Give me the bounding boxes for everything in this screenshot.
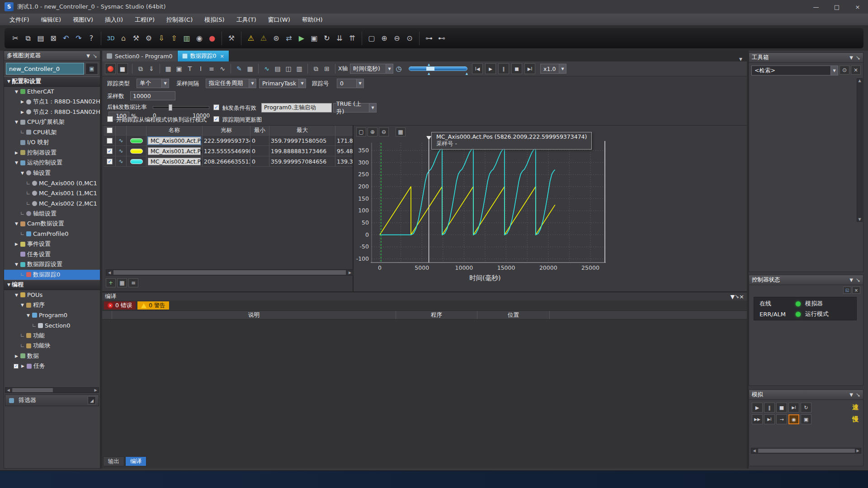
graph-view-icon[interactable]: ∿ <box>262 64 272 74</box>
go-online-icon[interactable]: ⇄ <box>283 30 295 47</box>
tree-item-5[interactable]: ∟CPU机架 <box>4 127 100 138</box>
tree-item-21[interactable]: ▼POUs <box>4 290 100 300</box>
collapse-icon[interactable]: ▼ <box>14 221 19 226</box>
position-slider[interactable]: ▲ ▲ ▲ <box>409 66 467 71</box>
cursor-i-icon[interactable]: I <box>196 64 206 74</box>
chevron-down-icon[interactable]: ▼ <box>849 55 853 60</box>
row-visible-checkbox[interactable]: ✓ <box>107 148 113 154</box>
filter-expand-button[interactable]: ◢ <box>88 396 96 404</box>
toolbox-search-input[interactable]: <检索> ▼ <box>751 66 838 75</box>
scrollbar-thumb[interactable] <box>758 449 855 453</box>
menu-item-3[interactable]: 插入(I) <box>99 14 129 26</box>
simulation-scrollbar[interactable]: ◀ ▶ <box>751 448 861 454</box>
menu-item-0[interactable]: 文件(F) <box>4 14 35 26</box>
stop-button[interactable]: ■ <box>511 63 522 74</box>
chevron-down-icon[interactable]: ▼ <box>86 53 90 58</box>
collapse-icon[interactable]: ▼ <box>6 79 12 84</box>
variable-name-field[interactable]: MC_Axis002.Act.Pos <box>148 158 201 165</box>
chevron-down-icon[interactable]: ▼ <box>849 277 853 282</box>
transfer-upload-icon[interactable]: ⇧ <box>168 30 180 47</box>
tree-item-27[interactable]: ▶数据 <box>4 351 100 361</box>
tree-item-8[interactable]: ▼运动控制设置 <box>4 158 100 168</box>
tab-output[interactable]: 输出 <box>103 456 124 466</box>
trace-number-select[interactable]: 0▼ <box>337 79 364 88</box>
close-button[interactable]: × <box>847 0 868 14</box>
redo-icon[interactable]: ↷ <box>72 30 85 47</box>
tree-item-1[interactable]: ▼EtherCAT <box>4 87 100 97</box>
collapse-icon[interactable]: ▼ <box>14 293 19 297</box>
value-table-icon[interactable]: ▤ <box>273 64 283 74</box>
tree-item-18[interactable]: ▼数据跟踪设置 <box>4 259 100 270</box>
time-icon[interactable]: ◷ <box>394 64 404 74</box>
sim-fast-forward-button[interactable]: ▶▶ <box>752 414 763 424</box>
edit-trace-icon[interactable]: ✎ <box>234 64 244 74</box>
zoom-area-icon[interactable]: ▢ <box>365 30 378 47</box>
scrollbar-thumb[interactable] <box>113 270 346 275</box>
collapse-icon[interactable]: ▼ <box>14 160 19 165</box>
scroll-right-icon[interactable]: ▶ <box>855 449 861 453</box>
cursor-marker-icon[interactable] <box>426 136 431 140</box>
menu-item-1[interactable]: 编辑(E) <box>35 14 67 26</box>
run-mode-icon[interactable]: ▶ <box>295 30 308 47</box>
collapse-icon[interactable]: ▼ <box>19 303 25 307</box>
expand-icon[interactable]: ▶ <box>14 354 19 358</box>
collapse-icon[interactable]: ▼ <box>14 89 19 94</box>
monitor-icon[interactable]: ▥ <box>180 30 193 47</box>
minimize-button[interactable]: — <box>806 0 826 14</box>
pin-icon[interactable]: ⊸ <box>854 54 862 61</box>
variable-name-field[interactable]: MC_Axis001.Act.Pos <box>148 147 201 155</box>
build-project-icon[interactable]: ⚙ <box>142 30 155 47</box>
table-config-icon[interactable]: ▦ <box>245 64 255 74</box>
transfer-from-controller-icon[interactable]: ⇈ <box>346 30 359 47</box>
sim-stop-button[interactable]: ■ <box>776 403 787 413</box>
tree-item-7[interactable]: ▶控制器设置 <box>4 148 100 158</box>
expand-icon[interactable]: ▶ <box>14 150 19 155</box>
collapse-icon[interactable]: ▼ <box>14 262 19 267</box>
zoom-in-icon[interactable]: ⊕ <box>378 30 391 47</box>
view-3d-icon[interactable]: 3D <box>104 30 117 47</box>
tree-item-16[interactable]: ▶事件设置 <box>4 239 100 249</box>
scrollbar-thumb[interactable] <box>12 388 53 392</box>
tree-section-0[interactable]: ▼配置和设置 <box>4 76 100 87</box>
collapse-icon[interactable]: ▼ <box>6 282 12 287</box>
popout-icon[interactable]: ◱ <box>843 286 851 294</box>
cut-icon[interactable]: ✂ <box>9 30 22 47</box>
close-tab-icon[interactable]: × <box>220 53 224 59</box>
filter-bar[interactable]: 筛选器 ◢ <box>5 394 99 406</box>
play-button[interactable]: ▶ <box>485 63 496 74</box>
row-visible-checkbox[interactable]: ✓ <box>107 159 113 164</box>
menu-item-4[interactable]: 工程(P) <box>129 14 160 26</box>
scroll-down-icon[interactable]: ▼ <box>858 217 861 221</box>
trace-chart[interactable]: 0500010000150002000025000350300250200150… <box>354 135 745 291</box>
float-window-icon[interactable]: ⧉ <box>311 64 321 74</box>
scroll-right-icon[interactable]: ▶ <box>93 388 99 392</box>
scroll-right-icon[interactable]: ▶ <box>347 271 353 275</box>
menu-item-8[interactable]: 窗口(W) <box>262 14 296 26</box>
delete-icon[interactable]: ⊠ <box>47 30 60 47</box>
rebuild-icon[interactable]: ⊛ <box>270 30 283 47</box>
tree-horizontal-scrollbar[interactable]: ◀ ▶ <box>5 387 99 393</box>
table-grid-button[interactable]: ▦ <box>117 278 127 287</box>
series-color-swatch[interactable] <box>130 159 143 164</box>
grid-view-icon[interactable]: ▦ <box>163 64 173 74</box>
collapse-icon[interactable]: ▼ <box>25 313 31 318</box>
zoom-pointer-icon[interactable]: ⊙ <box>403 30 416 47</box>
toolbox-scrollbar[interactable]: ▲ ▼ <box>857 78 863 222</box>
record-button[interactable] <box>105 63 116 74</box>
playback-speed-select[interactable]: x1.0 ▼ <box>540 64 566 74</box>
menu-item-9[interactable]: 帮助(H) <box>296 14 329 26</box>
expand-icon[interactable]: ▶ <box>14 242 19 246</box>
zoom-out-icon[interactable]: ⊖ <box>391 30 403 47</box>
trigger-enabled-checkbox[interactable]: ✓ <box>213 104 219 110</box>
synchronize-icon[interactable]: ↻ <box>321 30 333 47</box>
trace-type-select[interactable]: 单个▼ <box>137 79 169 88</box>
project-shelf-icon[interactable]: ⌂ <box>117 30 130 47</box>
tree-item-23[interactable]: ▼Program0 <box>4 310 100 321</box>
transfer-to-controller-icon[interactable]: ⇊ <box>333 30 346 47</box>
pin-icon[interactable]: ⊸ <box>854 391 862 399</box>
tab-section0-program0[interactable]: Section0 - Program0 <box>102 51 178 61</box>
tree-item-15[interactable]: ∟CamProfile0 <box>4 229 100 239</box>
trigger-target-field[interactable]: Program0.主轴启动 <box>261 103 332 113</box>
pause-button[interactable]: ‖ <box>498 63 509 74</box>
sim-pause-button[interactable]: ‖ <box>764 403 775 413</box>
